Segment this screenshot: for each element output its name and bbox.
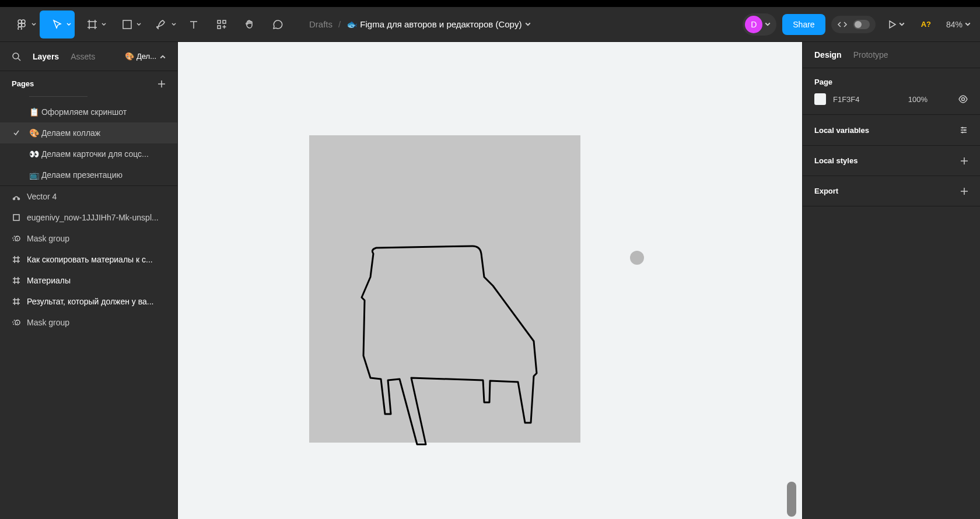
color-swatch[interactable] — [814, 93, 826, 105]
hand-icon — [244, 19, 256, 30]
plus-icon[interactable] — [960, 157, 968, 165]
main-menu-button[interactable] — [5, 10, 40, 38]
hand-tool[interactable] — [236, 10, 264, 38]
toggle-track — [853, 20, 870, 29]
missing-fonts-badge[interactable]: A? — [916, 20, 936, 29]
file-title[interactable]: 🐟 Figma для авторов и редакторов (Copy) — [346, 19, 531, 30]
pen-icon — [156, 19, 168, 30]
svg-point-0 — [18, 20, 22, 23]
svg-point-18 — [962, 127, 964, 129]
chevron-down-icon — [102, 22, 106, 27]
eye-icon[interactable] — [958, 94, 968, 104]
frame-icon — [12, 276, 21, 285]
local-styles-section[interactable]: Local styles — [803, 146, 980, 176]
layer-item[interactable]: Материалы — [0, 270, 177, 291]
frame-icon — [12, 297, 21, 306]
plus-icon[interactable] — [960, 187, 968, 195]
page-selector[interactable]: 🎨 Дел... — [125, 52, 166, 61]
frame-icon — [12, 255, 21, 264]
chevron-down-icon — [965, 22, 971, 27]
layer-item[interactable]: Mask group — [0, 312, 177, 333]
check-icon — [13, 129, 20, 136]
local-variables-section[interactable]: Local variables — [803, 115, 980, 146]
vector-icon — [12, 192, 21, 201]
mask-icon — [12, 234, 21, 243]
avatar: D — [745, 16, 762, 33]
dev-mode-toggle[interactable] — [831, 16, 876, 33]
svg-point-1 — [18, 23, 22, 27]
layer-item[interactable]: eugenivy_now-1JJJIHh7-Mk-unspl... — [0, 207, 177, 228]
page-item[interactable]: 🎨 Делаем коллаж — [0, 122, 177, 143]
svg-point-2 — [18, 27, 22, 30]
tab-assets[interactable]: Assets — [71, 52, 95, 61]
export-section[interactable]: Export — [803, 176, 980, 206]
pen-tool[interactable] — [145, 10, 180, 38]
text-tool[interactable] — [180, 10, 208, 38]
breadcrumb: Drafts / 🐟 Figma для авторов и редакторо… — [309, 19, 743, 30]
svg-rect-7 — [223, 20, 226, 23]
comment-icon — [272, 19, 284, 30]
layer-list: Vector 4 eugenivy_now-1JJJIHh7-Mk-unspl.… — [0, 185, 177, 333]
page-section-title: Page — [814, 78, 968, 86]
toolbar: Drafts / 🐟 Figma для авторов и редакторо… — [0, 7, 980, 42]
svg-point-9 — [13, 53, 19, 59]
page-background-color[interactable]: F1F3F4 100% — [814, 93, 968, 105]
rectangle-icon — [122, 19, 132, 30]
chevron-down-icon — [32, 22, 36, 27]
settings-icon[interactable] — [959, 125, 968, 135]
layer-item[interactable]: Как скопировать материалы к с... — [0, 249, 177, 270]
page-item[interactable]: 👀 Делаем карточки для соцс... — [0, 143, 177, 164]
chevron-up-icon — [160, 54, 166, 59]
chevron-down-icon — [525, 22, 531, 27]
page-list: 📋 Оформляем скриншот 🎨 Делаем коллаж 👀 Д… — [0, 96, 177, 185]
scrollbar[interactable] — [787, 482, 796, 517]
frame-tool[interactable] — [75, 10, 110, 38]
code-icon — [837, 19, 848, 30]
tab-prototype[interactable]: Prototype — [853, 50, 888, 59]
page-item[interactable]: 📺 Делаем презентацию — [0, 164, 177, 185]
share-button[interactable]: Share — [782, 14, 825, 35]
left-panel: Layers Assets 🎨 Дел... Pages 📋 Оформляем… — [0, 42, 178, 519]
chair-vector[interactable] — [359, 245, 545, 449]
comment-tool[interactable] — [264, 10, 292, 38]
chevron-down-icon — [66, 22, 71, 27]
move-tool[interactable] — [40, 10, 75, 38]
search-icon[interactable] — [12, 52, 21, 61]
zoom-control[interactable]: 84% — [942, 20, 975, 29]
layer-item[interactable]: Mask group — [0, 228, 177, 249]
svg-point-4 — [22, 23, 25, 27]
svg-point-20 — [962, 132, 964, 134]
svg-rect-8 — [218, 26, 220, 29]
layer-item[interactable]: Результат, который должен у ва... — [0, 291, 177, 312]
resources-icon — [216, 19, 227, 30]
right-panel: Design Prototype Page F1F3F4 100% Local … — [802, 42, 980, 519]
play-icon — [887, 20, 897, 29]
svg-point-17 — [962, 98, 965, 101]
chevron-down-icon — [136, 22, 141, 27]
canvas[interactable] — [178, 42, 802, 519]
page-item[interactable]: 📋 Оформляем скриншот — [0, 101, 177, 122]
resources-tool[interactable] — [208, 10, 236, 38]
divider — [29, 96, 88, 97]
svg-point-3 — [22, 20, 25, 23]
figma-logo-icon — [17, 19, 27, 30]
chevron-down-icon — [765, 22, 771, 27]
mask-icon — [12, 318, 21, 327]
present-button[interactable] — [881, 16, 911, 33]
chevron-down-icon — [172, 22, 176, 27]
breadcrumb-separator: / — [338, 19, 341, 29]
svg-rect-5 — [123, 20, 131, 29]
cursor-indicator — [630, 251, 644, 265]
pages-header-label: Pages — [12, 79, 34, 88]
svg-rect-12 — [13, 215, 19, 220]
add-page-icon[interactable] — [158, 80, 166, 88]
svg-point-19 — [964, 129, 966, 131]
tab-design[interactable]: Design — [814, 50, 842, 59]
layer-item[interactable]: Vector 4 — [0, 186, 177, 207]
tab-layers[interactable]: Layers — [33, 52, 59, 61]
breadcrumb-drafts[interactable]: Drafts — [309, 19, 332, 29]
cursor-icon — [52, 19, 62, 30]
shape-tool[interactable] — [110, 10, 145, 38]
user-menu[interactable]: D — [743, 13, 776, 36]
svg-rect-6 — [218, 20, 220, 23]
